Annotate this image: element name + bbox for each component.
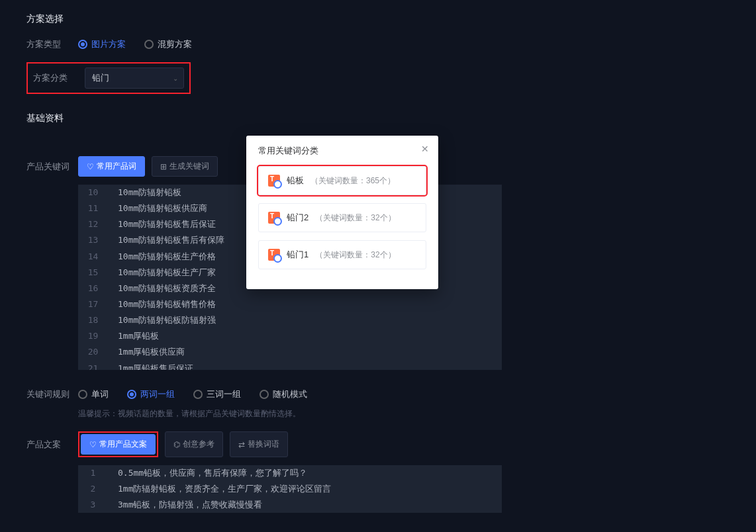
list-item[interactable]: 10mm防辐射铅板销售价格: [78, 296, 502, 312]
list-item[interactable]: 3mm铅板，防辐射强，点赞收藏慢慢看: [78, 497, 502, 513]
replace-words-button[interactable]: ⇄ 替换词语: [230, 431, 288, 457]
btn-label: 生成关键词: [169, 161, 209, 172]
radio-label: 随机模式: [273, 388, 307, 400]
chevron-down-icon: ⌄: [173, 75, 178, 82]
category-item[interactable]: 铅门2 （关键词数量：32个）: [258, 203, 426, 232]
radio-label: 两词一组: [140, 388, 175, 400]
product-copy-label: 产品文案: [26, 439, 78, 451]
list-item[interactable]: 10mm防辐射铅板防辐射强: [78, 312, 502, 328]
product-keyword-label: 产品关键词: [26, 161, 78, 173]
section-plan-title: 方案选择: [26, 13, 730, 25]
radio-label: 单词: [91, 388, 109, 400]
copy-list-panel: 0.5mm铅板，供应商，售后有保障，您了解了吗？1mm防辐射铅板，资质齐全，生产…: [78, 465, 502, 513]
generate-keywords-button[interactable]: ⊞ 生成关键词: [152, 156, 218, 177]
list-item[interactable]: 1mm防辐射铅板，资质齐全，生产厂家，欢迎评论区留言: [78, 481, 502, 497]
radio-dot-icon: [193, 390, 203, 399]
common-product-words-button[interactable]: ♡ 常用产品词: [78, 156, 145, 177]
keyword-rule-label: 关键词规则: [26, 388, 78, 400]
radio-dot-icon: [78, 40, 87, 49]
category-item[interactable]: 铅门1 （关键词数量：32个）: [258, 240, 426, 269]
category-name: 铅门2: [287, 212, 308, 224]
list-item[interactable]: 1mm厚铅板: [78, 328, 502, 344]
close-icon[interactable]: ✕: [421, 144, 429, 154]
plan-category-select[interactable]: 铅门 ⌄: [85, 67, 184, 89]
radio-rule-random[interactable]: 随机模式: [260, 388, 307, 400]
plan-category-highlight: 方案分类 铅门 ⌄: [26, 62, 191, 94]
bulb-icon: ⌬: [173, 440, 180, 449]
list-item[interactable]: 1mm厚铅板供应商: [78, 344, 502, 360]
category-icon: [268, 249, 280, 261]
select-value: 铅门: [92, 73, 109, 83]
plan-type-label: 方案类型: [26, 38, 78, 50]
radio-rule-three[interactable]: 三词一组: [193, 388, 241, 400]
category-icon: [268, 175, 280, 187]
radio-dot-icon: [144, 40, 154, 49]
category-count: （关键词数量：32个）: [315, 249, 395, 261]
radio-mix-plan[interactable]: 混剪方案: [144, 38, 192, 50]
heart-icon: ♡: [89, 440, 97, 449]
category-count: （关键词数量：32个）: [315, 212, 395, 224]
list-item[interactable]: 0.5mm铅板，供应商，售后有保障，您了解了吗？: [78, 465, 502, 481]
modal-title: 常用关键词分类: [258, 145, 426, 157]
btn-label: 常用产品词: [97, 161, 136, 172]
btn-label: 创意参考: [183, 439, 214, 450]
section-basic-title: 基础资料: [26, 112, 730, 124]
category-name: 铅门1: [287, 249, 308, 261]
heart-icon: ♡: [87, 162, 94, 171]
btn-label: 替换词语: [248, 439, 279, 450]
radio-label: 三词一组: [207, 388, 241, 400]
common-product-copy-button[interactable]: ♡ 常用产品文案: [81, 434, 156, 455]
radio-image-plan[interactable]: 图片方案: [78, 38, 126, 50]
plus-icon: ⊞: [160, 162, 167, 171]
list-item[interactable]: 1mm厚铅板售后保证: [78, 361, 502, 370]
category-name: 铅板: [287, 175, 304, 187]
radio-dot-icon: [127, 390, 136, 399]
btn-label: 常用产品文案: [99, 439, 147, 450]
keyword-category-modal: 常用关键词分类 ✕ 铅板 （关键词数量：365个）铅门2 （关键词数量：32个）…: [246, 136, 438, 289]
radio-label: 图片方案: [91, 38, 126, 50]
radio-rule-single[interactable]: 单词: [78, 388, 109, 400]
rule-hint: 温馨提示：视频话题的数量，请根据产品关键词数量酌情选择。: [78, 408, 730, 420]
radio-rule-two[interactable]: 两词一组: [127, 388, 175, 400]
creative-reference-button[interactable]: ⌬ 创意参考: [165, 431, 223, 457]
swap-icon: ⇄: [238, 440, 245, 449]
category-count: （关键词数量：365个）: [310, 175, 395, 187]
category-item[interactable]: 铅板 （关键词数量：365个）: [258, 166, 426, 195]
radio-label: 混剪方案: [158, 38, 192, 50]
radio-dot-icon: [78, 390, 87, 399]
plan-type-row: 方案类型 图片方案 混剪方案: [26, 38, 730, 50]
radio-dot-icon: [260, 390, 269, 399]
plan-category-label: 方案分类: [33, 72, 85, 84]
category-icon: [268, 212, 280, 224]
